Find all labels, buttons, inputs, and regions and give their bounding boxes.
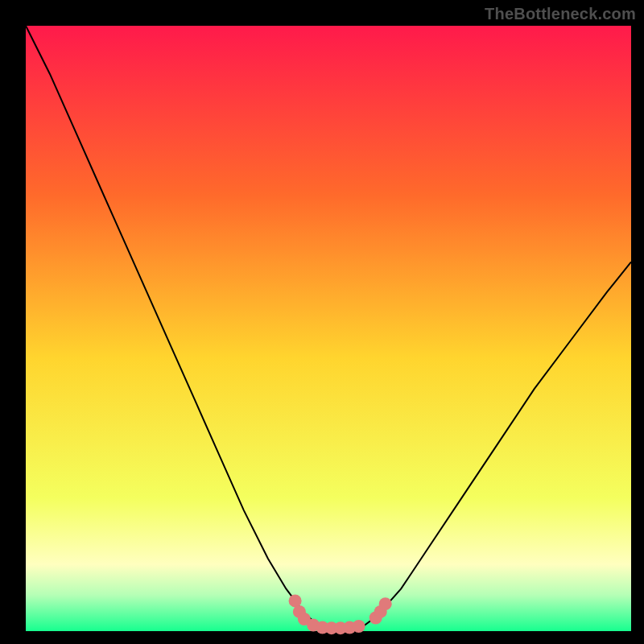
watermark-text: TheBottleneck.com [485,5,636,23]
marker-point [353,620,365,633]
marker-point [379,597,392,610]
chart-frame: TheBottleneck.com [0,0,644,644]
bottleneck-chart [0,0,644,644]
plot-background [26,26,631,631]
